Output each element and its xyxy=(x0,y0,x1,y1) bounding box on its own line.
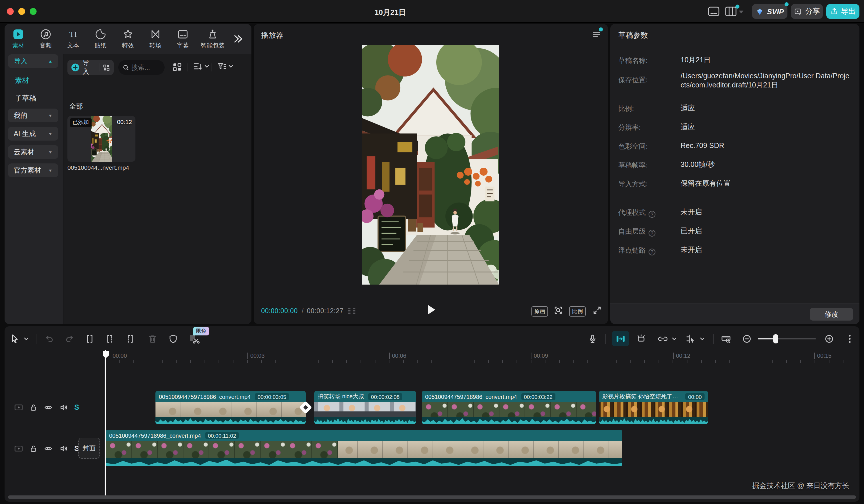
search-field[interactable] xyxy=(118,60,165,75)
tab-sticker[interactable]: 贴纸 xyxy=(87,25,114,52)
sort-menu-button[interactable] xyxy=(193,61,209,71)
maximize-window-button[interactable] xyxy=(30,8,37,15)
timeline-ruler[interactable]: 00:00 00:03 00:06 00:09 00:12 00:15 xyxy=(4,350,860,366)
export-button[interactable]: 导出 xyxy=(826,4,860,19)
cursor-linkage-button[interactable] xyxy=(685,334,696,344)
modify-button[interactable]: 修改 xyxy=(810,308,853,321)
svip-button[interactable]: SVIP xyxy=(752,4,788,19)
redo-button[interactable] xyxy=(64,334,75,344)
zoom-view-icon[interactable] xyxy=(553,305,563,315)
timeline-clip[interactable]: 005100944759718986_convert.mp4 00:00:03:… xyxy=(422,391,596,424)
help-icon[interactable] xyxy=(649,211,656,218)
sidebar-item-material[interactable]: 素材 xyxy=(15,76,29,86)
help-icon[interactable] xyxy=(649,249,656,255)
search-input[interactable] xyxy=(131,64,160,71)
sidebar-item-import[interactable]: 导入▲ xyxy=(8,54,58,68)
auto-preview-button[interactable] xyxy=(635,334,647,344)
help-icon[interactable] xyxy=(649,230,656,237)
zoom-slider-handle[interactable] xyxy=(773,334,778,344)
lock-icon[interactable] xyxy=(29,403,38,412)
split-clip-button[interactable] xyxy=(85,334,95,344)
tab-transitions[interactable]: 转场 xyxy=(142,25,169,52)
video-preview[interactable] xyxy=(362,45,499,285)
grid-view-icon[interactable] xyxy=(172,62,182,72)
shield-icon xyxy=(168,334,178,344)
cursor-linkage-chevron[interactable] xyxy=(700,337,705,340)
tab-smart-packaging[interactable]: 智能包装 xyxy=(196,25,229,52)
split-keep-right-icon xyxy=(125,334,135,344)
media-tab-bar: 素材 音频 TI 文本 贴纸 xyxy=(4,24,251,54)
split-keep-right-button[interactable] xyxy=(125,334,135,344)
split-keep-left-button[interactable] xyxy=(105,334,115,344)
horizontal-scrollbar[interactable] xyxy=(8,495,856,499)
player-menu-button[interactable] xyxy=(592,30,601,41)
solo-track-button[interactable]: S xyxy=(74,404,79,411)
link-icon xyxy=(657,334,669,344)
playhead[interactable] xyxy=(105,350,106,495)
mark-button[interactable] xyxy=(168,334,178,344)
cover-button[interactable]: 封面 xyxy=(78,438,100,459)
share-button[interactable]: 分享 xyxy=(791,4,823,19)
import-media-button[interactable]: 导入 xyxy=(68,60,114,75)
layout-switch-button[interactable] xyxy=(724,6,744,17)
timeline-more-button[interactable] xyxy=(848,334,851,344)
link-toggle-button[interactable] xyxy=(657,334,669,344)
timeline-clip[interactable]: 005100944759718986_convert.mp4 00:00:03:… xyxy=(155,391,306,424)
expand-tabs-chevron-icon[interactable] xyxy=(233,34,243,44)
mute-speaker-icon[interactable] xyxy=(59,444,69,453)
timeline-ruler-settings-button[interactable] xyxy=(721,334,732,344)
timeline-clip[interactable]: 005100944759718986_convert.mp4 00:00:11:… xyxy=(106,430,622,466)
microphone-icon xyxy=(587,334,598,344)
visibility-eye-icon[interactable] xyxy=(44,444,53,453)
sidebar-item-ai-generate[interactable]: AI 生成▼ xyxy=(8,127,58,141)
tab-audio[interactable]: 音频 xyxy=(32,25,59,52)
zoom-in-button[interactable] xyxy=(824,334,834,344)
record-voiceover-button[interactable] xyxy=(587,334,598,344)
close-window-button[interactable] xyxy=(7,8,14,15)
zoom-slider-track-right[interactable] xyxy=(776,338,816,339)
clip-duration: 00:00 xyxy=(685,393,705,400)
undo-button[interactable] xyxy=(44,334,54,344)
free-limited-badge: 限免 xyxy=(193,327,209,335)
clip-filmstrip xyxy=(422,402,596,417)
lock-icon[interactable] xyxy=(29,444,38,453)
ruler-tick-label: 00:03 xyxy=(248,352,265,359)
media-item-thumbnail xyxy=(91,116,112,162)
cursor-line-icon xyxy=(685,334,696,344)
field-label-import-mode: 导入方式: xyxy=(618,179,648,189)
mute-speaker-icon[interactable] xyxy=(59,403,69,412)
media-item-card[interactable]: 已添加 00:12 xyxy=(68,116,135,162)
clip-header: 影视片段搞笑 孙悟空烦死了转场 00:00 xyxy=(599,391,708,402)
tab-effects[interactable]: 特效 xyxy=(114,25,142,52)
split-keep-left-icon xyxy=(105,334,115,344)
sidebar-item-cloud-material[interactable]: 云素材▼ xyxy=(8,145,58,159)
select-tool-chevron[interactable] xyxy=(24,337,28,340)
snap-toggle-button[interactable] xyxy=(612,331,629,346)
select-tool-button[interactable] xyxy=(10,334,20,344)
timeline-clip[interactable]: 搞笑转场 nice大叔 00:00:02:08 xyxy=(314,391,416,424)
play-button[interactable] xyxy=(427,304,436,315)
visibility-eye-icon[interactable] xyxy=(44,403,53,412)
captions-tab-icon xyxy=(177,28,189,40)
ratio-button[interactable]: 比例 xyxy=(569,306,586,316)
player-menu-dot xyxy=(599,27,603,32)
sidebar-item-subdraft[interactable]: 子草稿 xyxy=(15,94,36,104)
minimize-window-button[interactable] xyxy=(18,8,25,15)
timeline-clip[interactable]: 影视片段搞笑 孙悟空烦死了转场 00:00 xyxy=(599,391,708,424)
clip-duration: 00:00:03:22 xyxy=(521,393,555,400)
tab-captions[interactable]: 字幕 xyxy=(169,25,196,52)
player-panel-title: 播放器 xyxy=(261,30,284,40)
delete-button[interactable] xyxy=(147,334,158,344)
sidebar-item-mine[interactable]: 我的▼ xyxy=(8,109,58,122)
original-quality-button[interactable]: 原画 xyxy=(531,306,548,316)
import-options-grid-icon[interactable] xyxy=(103,64,110,71)
tab-material[interactable]: 素材 xyxy=(4,25,32,52)
tab-text[interactable]: TI 文本 xyxy=(59,25,87,52)
link-chevron[interactable] xyxy=(672,337,676,340)
fullscreen-icon[interactable] xyxy=(592,305,602,315)
zoom-out-button[interactable] xyxy=(742,334,752,344)
bottom-panel-layout-icon[interactable] xyxy=(707,6,720,17)
sidebar-item-official-material[interactable]: 官方素材▼ xyxy=(8,164,58,177)
frame-grid-icon[interactable] xyxy=(346,307,358,316)
filter-menu-button[interactable] xyxy=(217,61,233,71)
